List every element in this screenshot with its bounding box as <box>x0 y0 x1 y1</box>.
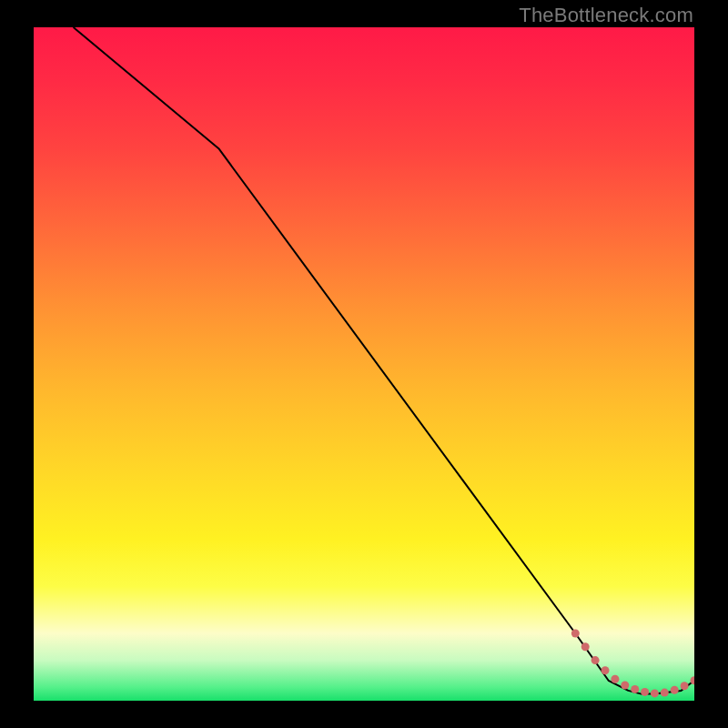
svg-point-6 <box>631 685 639 693</box>
series-dotted-tail <box>571 630 694 698</box>
svg-point-0 <box>571 630 580 638</box>
series-curve <box>74 27 694 694</box>
watermark-text: TheBottleneck.com <box>519 4 693 27</box>
svg-point-4 <box>611 675 619 683</box>
svg-point-9 <box>661 689 669 697</box>
svg-point-2 <box>592 656 600 664</box>
chart-frame: TheBottleneck.com <box>0 0 728 728</box>
svg-point-5 <box>621 682 629 690</box>
svg-point-8 <box>651 689 659 697</box>
plot-area <box>34 27 694 701</box>
chart-svg <box>34 27 694 701</box>
svg-point-1 <box>581 642 590 651</box>
svg-point-11 <box>681 682 689 690</box>
svg-point-7 <box>641 688 649 696</box>
svg-point-3 <box>602 666 610 674</box>
svg-point-10 <box>671 686 679 694</box>
